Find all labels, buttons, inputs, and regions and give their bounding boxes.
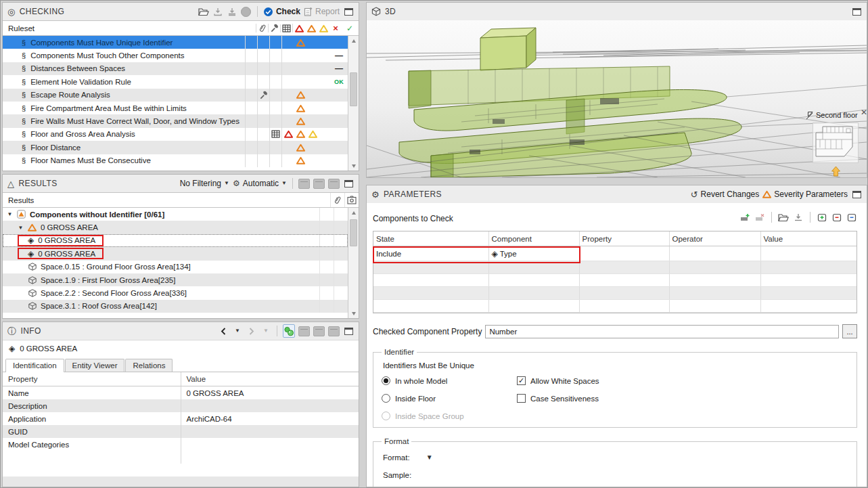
scroll-down-button[interactable]: [348, 161, 359, 171]
ruleset-row[interactable]: §Element Hole Validation RuleOK: [3, 75, 348, 88]
ruleset-row[interactable]: §Fire Compartment Area Must Be within Li…: [3, 102, 348, 114]
result-row[interactable]: Space.2.2 : Second Floor Gross Area[336]: [3, 286, 348, 299]
radio-in-whole-model[interactable]: In whole Model: [382, 376, 517, 385]
open-components-button[interactable]: [778, 211, 789, 223]
stop-check-button[interactable]: [241, 5, 252, 18]
result-row[interactable]: Space.3.1 : Roof Gross Area[142]: [3, 300, 348, 313]
ruleset-row[interactable]: §Floor Names Must Be Consecutive: [3, 154, 348, 167]
result-row[interactable]: ◈0 GROSS AREA: [3, 247, 348, 260]
info-window-button[interactable]: [343, 325, 354, 337]
revert-changes-button[interactable]: ↺ Revert Changes: [691, 188, 760, 200]
report-column-button[interactable]: [280, 24, 292, 32]
floor-up-arrow[interactable]: [831, 166, 841, 177]
tab-entity-viewer[interactable]: Entity Viewer: [65, 359, 125, 372]
viewer-window-button[interactable]: [851, 5, 862, 18]
link-column-button[interactable]: [256, 24, 268, 32]
close-icon[interactable]: ✕: [861, 108, 867, 117]
viewport-3d[interactable]: Second floor ✕: [367, 20, 867, 177]
checkbox-allow-white-spaces[interactable]: ✓Allow White Spaces: [517, 376, 848, 385]
basket-set-button[interactable]: [328, 177, 340, 190]
column-header[interactable]: Component: [488, 231, 579, 246]
results-scrollbar[interactable]: [348, 208, 359, 318]
nav-back-button[interactable]: [218, 325, 229, 337]
filtering-dropdown[interactable]: No Filtering ▼: [180, 177, 229, 190]
info-row[interactable]: Name0 GROSS AREA: [3, 386, 359, 400]
floor-plan-thumbnail[interactable]: [813, 123, 859, 163]
parameters-column-button[interactable]: [268, 24, 280, 32]
result-row[interactable]: Space.1.9 : First Floor Gross Area[235]: [3, 273, 348, 286]
basket-equal-button[interactable]: [846, 211, 857, 223]
expander-icon[interactable]: ▼: [7, 211, 13, 217]
checked-property-input[interactable]: Number: [485, 325, 839, 338]
scroll-thumb[interactable]: [350, 219, 357, 246]
property-column-header[interactable]: Property: [3, 372, 181, 386]
save-components-button[interactable]: [793, 211, 804, 223]
automatic-dropdown[interactable]: ⚙ Automatic ▼: [233, 177, 287, 190]
property-browse-button[interactable]: ...: [842, 324, 857, 338]
ruleset-row[interactable]: §Fire Walls Must Have Correct Wall, Door…: [3, 114, 348, 127]
column-header[interactable]: Operator: [669, 231, 760, 246]
nav-forward-button[interactable]: [246, 325, 257, 337]
scroll-thumb[interactable]: [350, 72, 357, 106]
basket-remove-button[interactable]: [313, 325, 325, 337]
value-cell[interactable]: [760, 246, 856, 261]
radio-inside-floor[interactable]: Inside Floor: [382, 394, 517, 403]
component-row[interactable]: Include◈ Type: [373, 246, 856, 261]
info-row[interactable]: ApplicationArchiCAD-64: [3, 412, 359, 425]
results-link-column[interactable]: [330, 193, 344, 207]
property-cell[interactable]: [579, 246, 669, 261]
result-row[interactable]: ◈0 GROSS AREA: [3, 234, 348, 247]
operator-cell[interactable]: [669, 246, 760, 261]
scroll-up-button[interactable]: [348, 208, 359, 217]
checking-window-button[interactable]: [343, 5, 354, 18]
import-button[interactable]: [212, 5, 223, 18]
basket-plus-button[interactable]: [817, 211, 827, 223]
severity-parameters-button[interactable]: Severity Parameters: [762, 188, 848, 200]
checkbox-case-sensitiveness[interactable]: Case Sensitiveness: [517, 394, 848, 403]
results-snapshot-column[interactable]: [344, 193, 359, 207]
check-button[interactable]: Check: [263, 5, 300, 18]
tab-identification[interactable]: Identification: [5, 359, 64, 372]
format-dropdown[interactable]: ▼: [426, 454, 433, 461]
parameters-window-button[interactable]: [851, 188, 862, 200]
ruleset-row[interactable]: §Floor Distance: [3, 141, 348, 154]
nav-forward-history-button[interactable]: ▼: [260, 325, 271, 337]
value-column-header[interactable]: Value: [181, 372, 359, 386]
info-row[interactable]: Description: [3, 399, 359, 412]
result-row[interactable]: ▼0 GROSS AREA: [3, 221, 348, 234]
nav-back-history-button[interactable]: ▼: [232, 325, 243, 337]
ruleset-row[interactable]: §Distances Between Spaces—: [3, 62, 348, 75]
critical-severity-button[interactable]: [293, 24, 305, 32]
state-cell[interactable]: Include: [373, 246, 488, 261]
remove-row-button[interactable]: [754, 211, 765, 223]
tab-relations[interactable]: Relations: [125, 359, 173, 372]
column-header[interactable]: State: [373, 231, 488, 246]
results-window-button[interactable]: [343, 177, 354, 190]
column-header[interactable]: Value: [760, 231, 856, 246]
info-row[interactable]: Model Categories: [3, 438, 359, 451]
checking-scrollbar[interactable]: [348, 36, 359, 171]
follow-selection-button[interactable]: [283, 324, 295, 338]
basket-remove-button[interactable]: [313, 177, 325, 190]
ruleset-row[interactable]: §Floor and Gross Area Analysis: [3, 128, 348, 141]
scroll-down-button[interactable]: [348, 309, 359, 318]
rejected-column-button[interactable]: ×: [329, 24, 342, 32]
basket-add-button[interactable]: [298, 177, 310, 190]
export-button[interactable]: [227, 5, 237, 18]
low-severity-button[interactable]: [317, 24, 329, 32]
column-header[interactable]: Property: [579, 231, 669, 246]
accepted-column-button[interactable]: ✓: [342, 24, 358, 32]
ruleset-row[interactable]: §Components Must Have Unique Identifier: [3, 36, 348, 49]
basket-set-button[interactable]: [328, 325, 340, 337]
component-cell[interactable]: ◈ Type: [488, 246, 579, 261]
ruleset-row[interactable]: §Escape Route Analysis: [3, 89, 348, 102]
ruleset-row[interactable]: §Components Must Touch Other Components—: [3, 49, 348, 62]
basket-add-button[interactable]: [298, 325, 310, 337]
moderate-severity-button[interactable]: [305, 24, 317, 32]
report-button[interactable]: Report: [304, 5, 340, 18]
expander-icon[interactable]: ▼: [18, 225, 24, 231]
open-ruleset-button[interactable]: [198, 5, 209, 18]
result-row[interactable]: Space.0.15 : Ground Floor Gross Area[134…: [3, 261, 348, 273]
basket-minus-button[interactable]: [831, 211, 842, 223]
scroll-up-button[interactable]: [348, 36, 359, 45]
